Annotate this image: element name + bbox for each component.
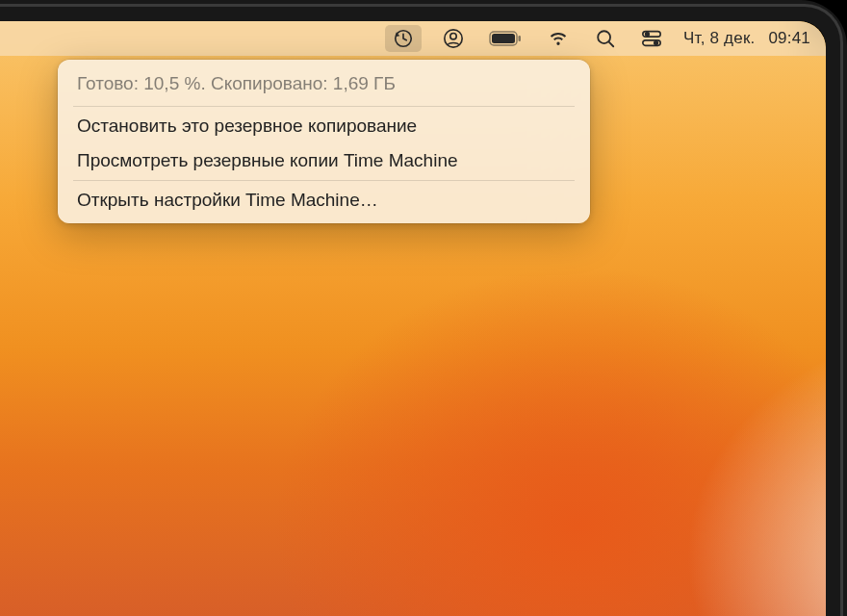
menubar: Чт, 8 дек. 09:41 [0,21,826,56]
menubar-time: 09:41 [768,29,810,48]
user-icon[interactable] [439,21,468,56]
time-machine-dropdown: Готово: 10,5 %. Скопировано: 1,69 ГБ Ост… [58,60,590,223]
battery-icon[interactable] [485,21,526,56]
spotlight-icon[interactable] [591,21,620,56]
control-center-icon[interactable] [637,21,666,56]
stop-backup-item[interactable]: Остановить это резервное копирование [64,109,584,143]
time-machine-icon[interactable] [385,25,422,52]
svg-rect-5 [519,36,522,41]
svg-point-8 [646,33,650,37]
wifi-icon[interactable] [543,21,574,56]
svg-rect-4 [492,34,515,43]
open-settings-item[interactable]: Открыть настройки Time Machine… [64,183,584,218]
backup-status: Готово: 10,5 %. Скопировано: 1,69 ГБ [64,65,584,104]
menubar-date: Чт, 8 дек. [683,29,755,48]
divider [73,106,575,107]
divider [73,180,575,181]
svg-point-2 [450,34,456,39]
browse-backups-item[interactable]: Просмотреть резервные копии Time Machine [64,143,584,178]
svg-point-10 [654,41,658,45]
menubar-datetime[interactable]: Чт, 8 дек. 09:41 [683,29,810,48]
